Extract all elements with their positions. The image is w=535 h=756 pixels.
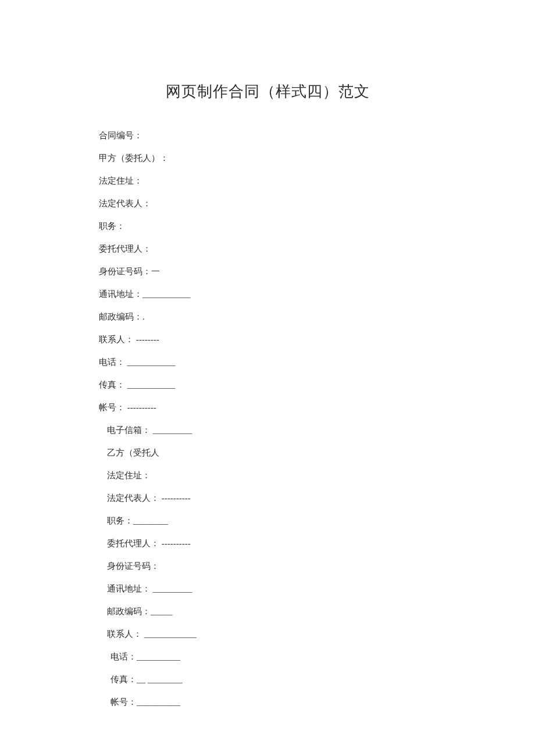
document-body: 合同编号：甲方（委托人）：法定住址：法定代表人：职务：委托代理人：身份证号码：一… — [99, 130, 436, 708]
form-line: 法定住址： — [99, 175, 436, 187]
form-line: 身份证号码：一 — [99, 266, 436, 278]
form-line: 法定住址： — [99, 470, 436, 482]
form-line: 职务：________ — [99, 515, 436, 527]
form-line: 合同编号： — [99, 130, 436, 142]
form-line: 职务： — [99, 220, 436, 232]
form-line: 联系人： -------- — [99, 334, 436, 346]
form-line: 电话：__________ — [99, 651, 436, 663]
form-line: 甲方（委托人）： — [99, 152, 436, 164]
form-line: 邮政编码：. — [99, 311, 436, 323]
form-line: 身份证号码： — [99, 560, 436, 572]
form-line: 乙方（受托人 — [99, 447, 436, 459]
document-title: 网页制作合同（样式四）范文 — [99, 81, 436, 102]
form-line: 电子信箱： _________ — [99, 424, 436, 436]
form-line: 邮政编码：_____ — [99, 605, 436, 618]
document-page: 网页制作合同（样式四）范文 合同编号：甲方（委托人）：法定住址：法定代表人：职务… — [0, 0, 535, 756]
form-line: 联系人： ____________ — [99, 628, 436, 640]
form-line: 帐号：__________ — [99, 696, 436, 708]
form-line: 委托代理人： ---------- — [99, 538, 436, 550]
form-line: 通讯地址：___________ — [99, 288, 436, 300]
form-line: 法定代表人： — [99, 198, 436, 210]
form-line: 帐号： ---------- — [99, 402, 436, 414]
form-line: 通讯地址： _________ — [99, 583, 436, 595]
form-line: 委托代理人： — [99, 243, 436, 255]
form-line: 传真： ___________ — [99, 379, 436, 391]
form-line: 法定代表人： ---------- — [99, 492, 436, 504]
form-line: 电话： ___________ — [99, 356, 436, 368]
form-line: 传真：__ ________ — [99, 673, 436, 686]
